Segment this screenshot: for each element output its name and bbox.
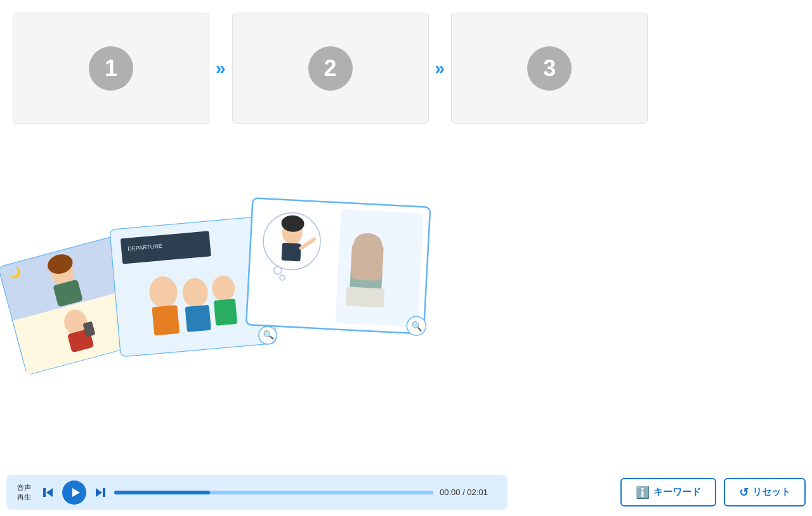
- progress-container[interactable]: 00:00 / 02:01: [114, 487, 500, 497]
- right-buttons: ℹ️ キーワード ↺ リセット: [620, 475, 806, 510]
- audio-label: 音声 再生: [14, 483, 34, 501]
- keyword-icon: ℹ️: [636, 486, 650, 500]
- svg-point-27: [280, 275, 285, 280]
- svg-rect-41: [43, 488, 46, 497]
- svg-rect-37: [335, 209, 423, 328]
- progress-bar[interactable]: [114, 491, 433, 494]
- svg-marker-40: [46, 488, 53, 497]
- keyword-button[interactable]: ℹ️ キーワード: [620, 478, 716, 506]
- step-card-2[interactable]: 2: [232, 13, 429, 124]
- svg-marker-42: [72, 488, 80, 497]
- prev-button[interactable]: [39, 484, 57, 501]
- reset-icon: ↺: [739, 486, 749, 500]
- illustration-area: 🌙 DEPARTU: [0, 120, 457, 450]
- step-arrow-1: »: [216, 58, 226, 79]
- progress-fill: [114, 491, 210, 494]
- svg-text:🔍: 🔍: [263, 330, 275, 342]
- next-button[interactable]: [91, 484, 109, 501]
- step-number-2: 2: [308, 46, 353, 91]
- step-number-3: 3: [527, 46, 572, 91]
- svg-rect-19: [214, 299, 237, 326]
- svg-point-26: [273, 266, 282, 274]
- svg-rect-17: [185, 305, 211, 332]
- svg-rect-29: [281, 243, 301, 262]
- svg-rect-15: [152, 305, 180, 335]
- steps-area: 1 » 2 » 3: [0, 0, 812, 136]
- step-arrow-2: »: [435, 58, 445, 79]
- step-card-3[interactable]: 3: [451, 13, 648, 124]
- time-display: 00:00 / 02:01: [440, 487, 500, 497]
- controls-bar: 音声 再生 00:00 / 02:01: [6, 475, 508, 510]
- svg-marker-43: [96, 488, 102, 497]
- play-button[interactable]: [62, 481, 86, 505]
- svg-rect-44: [103, 488, 105, 497]
- reset-button[interactable]: ↺ リセット: [724, 478, 806, 506]
- svg-text:🔍: 🔍: [411, 321, 423, 332]
- step-card-1[interactable]: 1: [13, 13, 209, 124]
- step-number-1: 1: [89, 46, 133, 91]
